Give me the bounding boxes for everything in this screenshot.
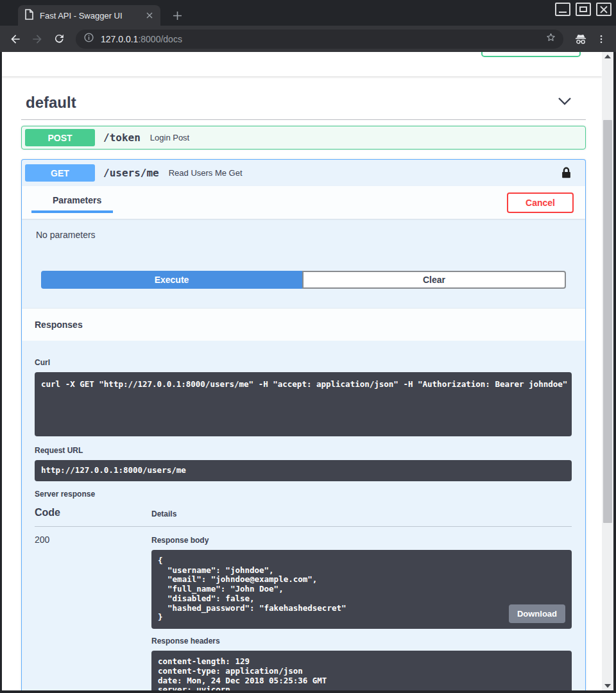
tab-close-icon[interactable] [144,10,155,21]
forward-icon[interactable] [28,30,46,48]
incognito-icon [572,31,589,47]
request-url-value: http://127.0.0.1:8000/users/me [35,460,572,481]
new-tab-icon[interactable] [169,8,185,23]
bookmark-star-icon[interactable] [545,31,557,46]
top-bar [2,52,602,76]
status-code: 200 [35,535,151,690]
back-icon[interactable] [6,30,24,48]
section-title: default [26,94,76,112]
response-table-row: 200 Response body { "username": "johndoe… [35,535,572,690]
download-button[interactable]: Download [509,604,565,623]
url-path: :8000/docs [138,34,182,44]
address-bar[interactable]: 127.0.0.1:8000/docs [76,30,563,49]
maximize-icon[interactable] [576,3,591,16]
clear-button[interactable]: Clear [302,271,566,289]
responses-section: Curl curl -X GET "http://127.0.0.1:8000/… [22,341,585,690]
response-details: Response body { "username": "johndoe", "… [151,535,572,690]
close-window-icon[interactable] [596,3,612,16]
url-host: 127.0.0.1 [101,34,138,44]
section-divider [21,119,586,120]
response-headers-value: content-length: 129 content-type: applic… [151,651,572,690]
cancel-button[interactable]: Cancel [507,193,574,213]
site-info-icon[interactable] [83,32,94,46]
method-badge-get: GET [25,164,95,182]
menu-icon[interactable] [593,31,610,47]
request-url-label: Request URL [35,446,572,455]
operation-path: /users/me [103,167,159,179]
code-column-header: Code [35,507,151,518]
browser-window: Fast API - Swagger UI [0,0,616,693]
window-controls [555,3,612,16]
curl-label: Curl [35,341,572,367]
responses-title: Responses [35,320,572,330]
operation-path: /token [103,132,141,144]
lock-icon[interactable] [561,166,572,180]
page-favicon-icon [24,9,34,22]
swagger-content: default POST /token Login Post GET /user… [2,52,602,690]
details-column-header: Details [151,509,176,518]
operation-summary: Login Post [150,133,189,142]
reload-icon[interactable] [50,30,68,48]
opblock-post-token: POST /token Login Post [21,126,586,150]
opblock-summary[interactable]: GET /users/me Read Users Me Get [22,160,585,186]
response-headers-label: Response headers [151,637,572,646]
minimize-icon[interactable] [555,3,570,16]
response-table-header: Code Details [35,507,572,527]
scrollbar-thumb[interactable] [603,120,612,523]
try-out-header: Parameters Cancel [22,186,585,219]
operation-summary: Read Users Me Get [169,168,243,178]
browser-tab[interactable]: Fast API - Swagger UI [18,5,160,26]
browser-toolbar: 127.0.0.1:8000/docs [0,26,616,52]
scroll-up-icon[interactable] [604,55,611,58]
response-body-label: Response body [151,536,572,545]
no-parameters-text: No parameters [36,230,572,240]
chevron-down-icon[interactable] [558,97,572,108]
authorize-button[interactable] [481,52,581,57]
tab-strip: Fast API - Swagger UI [0,0,616,26]
execute-row: Execute Clear [41,271,566,289]
server-response-label: Server response [35,490,572,499]
response-body-wrap: { "username": "johndoe", "email": "johnd… [151,550,572,629]
tab-title: Fast API - Swagger UI [40,11,144,21]
opblock-get-users-me: GET /users/me Read Users Me Get Paramete… [21,159,586,690]
section-header[interactable]: default [2,76,602,112]
page-scrollbar[interactable] [602,52,613,690]
parameters-section: No parameters Execute Clear [22,219,585,308]
execute-button[interactable]: Execute [41,271,302,289]
responses-header: Responses [22,308,585,341]
opblock-summary[interactable]: POST /token Login Post [22,126,585,149]
tab-parameters[interactable]: Parameters [31,193,113,213]
scroll-down-icon[interactable] [604,684,611,688]
swagger-page: default POST /token Login Post GET /user… [2,52,613,690]
url-text[interactable]: 127.0.0.1:8000/docs [101,34,545,44]
method-badge-post: POST [25,129,95,146]
curl-command: curl -X GET "http://127.0.0.1:8000/users… [35,372,572,436]
